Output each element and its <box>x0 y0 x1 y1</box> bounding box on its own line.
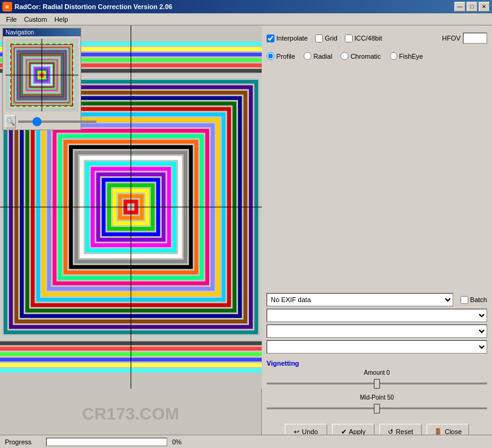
minimize-button[interactable]: — <box>454 2 465 12</box>
icc-checkbox[interactable] <box>345 35 353 42</box>
nav-controls: 🔍 <box>3 114 81 130</box>
close-window-button[interactable]: ✕ <box>479 2 490 12</box>
right-panel: Interpolate Grid ICC/48bit HFOV Profile <box>262 25 492 448</box>
profile-radio[interactable] <box>267 52 274 60</box>
batch-label: Batch <box>470 296 487 303</box>
grid-label: Grid <box>325 35 337 42</box>
midpoint-slider[interactable] <box>267 402 487 414</box>
progress-bar-section: Progress 0% <box>0 435 492 448</box>
interpolate-label: Interpolate <box>276 35 308 42</box>
interpolate-checkbox[interactable] <box>267 35 274 42</box>
batch-checkbox[interactable] <box>460 296 468 304</box>
window-controls: — □ ✕ <box>454 2 490 12</box>
zoom-slider[interactable] <box>18 120 96 123</box>
zoom-out-button[interactable]: 🔍 <box>5 115 16 128</box>
hfov-item: HFOV <box>442 33 487 44</box>
progress-percent: 0% <box>172 438 182 446</box>
icc-label: ICC/48bit <box>354 35 382 42</box>
spacer <box>267 66 487 287</box>
fisheye-radio-item: FishEye <box>390 52 424 60</box>
help-menu[interactable]: Help <box>51 15 72 24</box>
custom-menu[interactable]: Custom <box>21 15 51 24</box>
radial-label: Radial <box>313 53 332 60</box>
dropdown-row-2 <box>267 309 487 322</box>
progress-label: Progress <box>5 438 41 446</box>
midpoint-slider-group: Mid-Point 50 <box>267 394 487 414</box>
app-icon: R <box>2 2 12 12</box>
interpolate-option: Interpolate <box>267 35 308 42</box>
radio-row: Profile Radial Chromatic FishEye <box>267 50 487 62</box>
navigation-panel: Navigation 🔍 <box>2 28 81 130</box>
icc-option: ICC/48bit <box>345 35 382 42</box>
amount-label: Amount 0 <box>364 369 390 376</box>
options-row: Interpolate Grid ICC/48bit HFOV <box>267 30 487 46</box>
vignetting-title: Vignetting <box>267 360 487 367</box>
dropdown-4[interactable] <box>267 340 487 354</box>
grid-option: Grid <box>315 35 337 42</box>
watermark: CR173.COM <box>82 404 179 424</box>
amount-slider-group: Amount 0 <box>267 369 487 389</box>
title-text: R RadCor: Radial Distortion Correction V… <box>2 2 172 12</box>
dropdown-row-4 <box>267 340 487 354</box>
chromatic-radio[interactable] <box>341 52 348 60</box>
progress-track <box>46 438 167 446</box>
hfov-input[interactable] <box>463 33 487 44</box>
batch-option: Batch <box>460 296 487 304</box>
radial-radio[interactable] <box>304 52 311 60</box>
dropdown-2[interactable] <box>267 309 487 322</box>
radial-radio-item: Radial <box>304 52 332 60</box>
navigation-thumbnail <box>5 39 78 111</box>
grid-checkbox[interactable] <box>315 35 323 42</box>
exif-dropdown[interactable]: No EXIF data <box>267 293 453 306</box>
dropdown-row-3 <box>267 324 487 338</box>
profile-label: Profile <box>276 53 295 60</box>
menu-bar: File Custom Help <box>0 13 492 25</box>
exif-row: No EXIF data Batch <box>267 293 487 306</box>
left-panel: Navigation 🔍 CR173.COM <box>0 25 262 448</box>
midpoint-label: Mid-Point 50 <box>360 394 394 401</box>
hfov-label: HFOV <box>442 35 460 42</box>
dropdown-3[interactable] <box>267 324 487 338</box>
title-bar: R RadCor: Radial Distortion Correction V… <box>0 0 492 13</box>
dropdown-group: No EXIF data Batch <box>267 293 487 354</box>
vignetting-section: Vignetting Amount 0 Mid-Point 50 <box>267 357 487 417</box>
profile-radio-item: Profile <box>267 52 295 60</box>
chromatic-radio-item: Chromatic <box>341 52 381 60</box>
fisheye-label: FishEye <box>399 53 424 60</box>
amount-slider[interactable] <box>267 377 487 389</box>
maximize-button[interactable]: □ <box>467 2 477 12</box>
fisheye-radio[interactable] <box>390 52 397 60</box>
chromatic-label: Chromatic <box>350 53 381 60</box>
slider-row: Amount 0 Mid-Point 50 <box>267 369 487 414</box>
main-content: Navigation 🔍 CR173.COM Interpolate <box>0 25 492 448</box>
file-menu[interactable]: File <box>2 15 21 24</box>
navigation-title: Navigation <box>3 28 81 36</box>
nav-canvas <box>5 39 78 111</box>
